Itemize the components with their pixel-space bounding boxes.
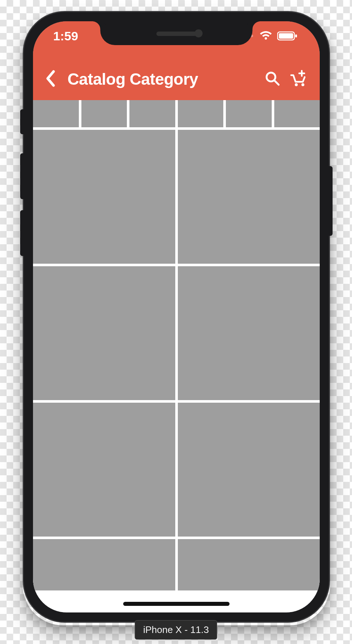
product-cell[interactable] bbox=[178, 403, 320, 537]
back-button[interactable] bbox=[40, 70, 61, 88]
product-cell[interactable] bbox=[33, 130, 175, 264]
search-icon bbox=[264, 70, 280, 88]
wifi-icon bbox=[259, 31, 273, 41]
svg-point-11 bbox=[295, 83, 298, 86]
product-cell[interactable] bbox=[33, 403, 175, 537]
product-grid bbox=[33, 130, 320, 590]
status-time: 1:59 bbox=[53, 29, 78, 43]
add-cart-icon bbox=[289, 69, 307, 89]
add-to-cart-button[interactable] bbox=[287, 69, 309, 90]
category-tab[interactable] bbox=[178, 100, 224, 127]
svg-rect-5 bbox=[279, 33, 293, 39]
svg-point-12 bbox=[301, 83, 304, 86]
category-tab[interactable] bbox=[81, 100, 127, 127]
chevron-left-icon bbox=[45, 70, 56, 88]
mute-switch bbox=[20, 109, 24, 134]
home-indicator[interactable] bbox=[123, 602, 230, 606]
content-area[interactable] bbox=[33, 100, 320, 612]
battery-icon bbox=[277, 31, 298, 41]
notch bbox=[100, 21, 253, 45]
category-tab-row bbox=[33, 100, 320, 130]
phone-frame: 1:59 bbox=[23, 11, 330, 623]
side-button bbox=[329, 166, 333, 236]
product-cell[interactable] bbox=[33, 266, 175, 400]
category-tab[interactable] bbox=[33, 100, 79, 127]
product-cell[interactable] bbox=[178, 539, 320, 590]
speaker bbox=[156, 32, 197, 36]
page-title: Catalog Category bbox=[67, 70, 198, 88]
search-button[interactable] bbox=[262, 69, 283, 90]
category-tab[interactable] bbox=[226, 100, 272, 127]
product-cell[interactable] bbox=[178, 130, 320, 264]
device-label: iPhone X - 11.3 bbox=[135, 620, 217, 640]
product-cell[interactable] bbox=[33, 539, 175, 590]
screen: 1:59 bbox=[33, 21, 320, 612]
category-tab[interactable] bbox=[274, 100, 320, 127]
product-cell[interactable] bbox=[178, 266, 320, 400]
svg-rect-6 bbox=[295, 34, 297, 37]
category-tab[interactable] bbox=[129, 100, 175, 127]
svg-line-8 bbox=[274, 80, 279, 85]
volume-up-button bbox=[20, 153, 24, 199]
front-camera bbox=[195, 29, 203, 37]
volume-down-button bbox=[20, 210, 24, 256]
